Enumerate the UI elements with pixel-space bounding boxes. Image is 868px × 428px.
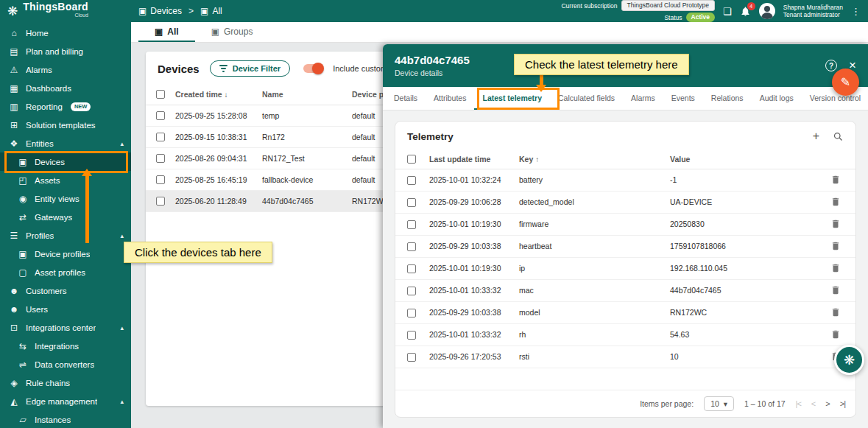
sidebar-item-label: Entity views	[35, 194, 80, 203]
delete-icon[interactable]	[830, 197, 841, 207]
delete-icon[interactable]	[830, 241, 841, 251]
row-checkbox[interactable]	[156, 111, 165, 120]
row-checkbox[interactable]	[407, 176, 416, 185]
column-value[interactable]: Value	[666, 150, 826, 169]
breadcrumb-all[interactable]: ▣ All	[200, 6, 222, 16]
row-checkbox[interactable]	[156, 197, 165, 206]
row-checkbox[interactable]	[156, 154, 165, 163]
panel-tab[interactable]: Calculated fields	[550, 87, 623, 110]
subscription-badge[interactable]: ThingsBoard Cloud Prototype	[621, 0, 716, 11]
avatar[interactable]	[759, 3, 775, 19]
panel-tab[interactable]: Events	[663, 87, 703, 110]
telemetry-row[interactable]: 2025-10-01 10:33:32 mac 44b7d04c7465	[395, 279, 855, 301]
panel-tab[interactable]: Details	[386, 87, 426, 110]
notifications-bell-icon[interactable]: 4	[740, 6, 751, 17]
delete-icon[interactable]	[830, 285, 841, 295]
sidebar-item[interactable]: ◉ Entity views	[0, 189, 131, 208]
row-checkbox[interactable]	[407, 198, 416, 207]
select-all-checkbox[interactable]	[407, 155, 416, 164]
telemetry-row[interactable]: 2025-10-01 10:19:30 ip 192.168.110.045	[395, 257, 855, 279]
next-page-icon[interactable]: >	[825, 399, 829, 408]
sidebar-item[interactable]: ◰ Assets	[0, 171, 131, 189]
device-filter-button[interactable]: Device Filter	[210, 60, 290, 77]
sidebar-item[interactable]: ◭ Edge management ▴	[0, 392, 131, 410]
tab-groups[interactable]: ▣ Groups	[195, 22, 269, 42]
delete-icon[interactable]	[830, 175, 841, 185]
delete-icon[interactable]	[830, 307, 841, 318]
first-page-icon[interactable]: |<	[796, 399, 801, 408]
sidebar-item[interactable]: ▱ Instances	[0, 410, 131, 428]
search-icon[interactable]	[833, 131, 844, 142]
telemetry-row[interactable]: 2025-09-29 10:03:38 heartbeat 1759107818…	[395, 235, 855, 257]
kebab-menu-icon[interactable]: ⋮	[851, 7, 861, 16]
sidebar-item[interactable]: ☻ Users	[0, 300, 131, 318]
last-page-icon[interactable]: >|	[840, 399, 845, 408]
sidebar-item[interactable]: ⇌ Data converters	[0, 355, 131, 373]
panel-tab[interactable]: Relations	[703, 87, 752, 110]
sidebar-item[interactable]: ▣ Device profiles	[0, 245, 131, 263]
sidebar-item[interactable]: ▥ Reporting NEW	[0, 97, 131, 116]
edit-fab-button[interactable]: ✎	[832, 69, 859, 96]
sidebar-item[interactable]: ☰ Profiles ▴	[0, 226, 131, 245]
device-details-panel: 44b7d04c7465 Device details ? × Details …	[383, 44, 868, 428]
sidebar-item[interactable]: ⊡ Integrations center ▴	[0, 318, 131, 337]
panel-tab[interactable]: Attributes	[426, 87, 474, 110]
column-name[interactable]: Name	[258, 84, 347, 105]
page-title: Devices	[158, 63, 200, 75]
sidebar-item[interactable]: ⌂ Home	[0, 24, 131, 42]
sidebar-item[interactable]: ▣ Devices	[0, 152, 131, 171]
sidebar-item[interactable]: ⚠ Alarms	[0, 60, 131, 79]
telemetry-row[interactable]: 2025-09-26 17:20:53 rsti 10	[395, 345, 855, 368]
tab-all[interactable]: ▣ All	[138, 22, 195, 42]
thingsboard-logo[interactable]: ❋ ThingsBoard Cloud	[0, 3, 131, 19]
column-created-time[interactable]: Created time↓	[171, 84, 258, 105]
telemetry-row[interactable]: 2025-10-01 10:19:30 firmware 20250830	[395, 213, 855, 235]
sidebar-item[interactable]: ▦ Dashboards	[0, 79, 131, 97]
sidebar-item[interactable]: ❖ Entities ▴	[0, 134, 131, 152]
include-customer-entities-toggle[interactable]	[303, 64, 322, 73]
sidebar-item[interactable]: ☻ Customers	[0, 281, 131, 300]
sidebar-item[interactable]: ⇄ Gateways	[0, 208, 131, 226]
panel-tab[interactable]: Audit logs	[752, 87, 802, 110]
sidebar-item[interactable]: ▢ Asset profiles	[0, 263, 131, 281]
help-icon[interactable]: ?	[825, 60, 837, 71]
row-checkbox[interactable]	[407, 220, 416, 229]
panel-tab[interactable]: Alarms	[623, 87, 663, 110]
telemetry-time: 2025-09-29 10:03:38	[425, 301, 515, 323]
row-checkbox[interactable]	[407, 287, 416, 295]
sidebar-item[interactable]: ⇆ Integrations	[0, 337, 131, 355]
row-checkbox[interactable]	[407, 309, 416, 318]
sidebar-item[interactable]: ◈ Rule chains	[0, 373, 131, 392]
row-checkbox[interactable]	[407, 264, 416, 273]
status-line: Status Active	[664, 13, 715, 22]
sidebar-item-label: Device profiles	[35, 250, 90, 259]
items-per-page-select[interactable]: 10 ▾	[704, 396, 734, 411]
column-key[interactable]: Key↑	[515, 150, 666, 169]
prev-page-icon[interactable]: <	[811, 399, 815, 408]
thingsboard-assistant-button[interactable]: ❋	[834, 345, 864, 375]
row-checkbox[interactable]	[156, 175, 165, 184]
telemetry-row[interactable]: 2025-09-29 10:06:28 detected_model UA-DE…	[395, 191, 855, 213]
row-checkbox[interactable]	[407, 242, 416, 251]
device-created-time: 2025-09-15 10:38:31	[171, 126, 258, 147]
sidebar-item[interactable]: ▤ Plan and billing	[0, 42, 131, 60]
select-all-checkbox[interactable]	[156, 90, 165, 99]
delete-icon[interactable]	[830, 329, 841, 340]
column-last-update-time[interactable]: Last update time	[425, 150, 515, 169]
row-checkbox[interactable]	[407, 331, 416, 340]
delete-icon[interactable]	[830, 263, 841, 273]
add-telemetry-icon[interactable]: +	[813, 130, 819, 143]
breadcrumb-devices[interactable]: ▣ Devices	[138, 6, 182, 16]
row-checkbox[interactable]	[407, 353, 416, 362]
telemetry-row[interactable]: 2025-09-29 10:03:38 model RN172WC	[395, 301, 855, 323]
telemetry-value: 20250830	[666, 213, 826, 235]
dashboards-icon: ▦	[9, 83, 19, 94]
telemetry-row[interactable]: 2025-10-01 10:33:32 rh 54.63	[395, 323, 855, 345]
fullscreen-icon[interactable]: ❏	[723, 7, 732, 16]
row-checkbox[interactable]	[156, 133, 165, 141]
sidebar-item[interactable]: ⊞ Solution templates	[0, 116, 131, 134]
user-block[interactable]: Shapna Muralidharan Tenant administrator	[783, 4, 843, 18]
device-name: temp	[258, 105, 347, 126]
delete-icon[interactable]	[830, 219, 841, 229]
telemetry-row[interactable]: 2025-10-01 10:32:24 battery -1	[395, 169, 855, 191]
